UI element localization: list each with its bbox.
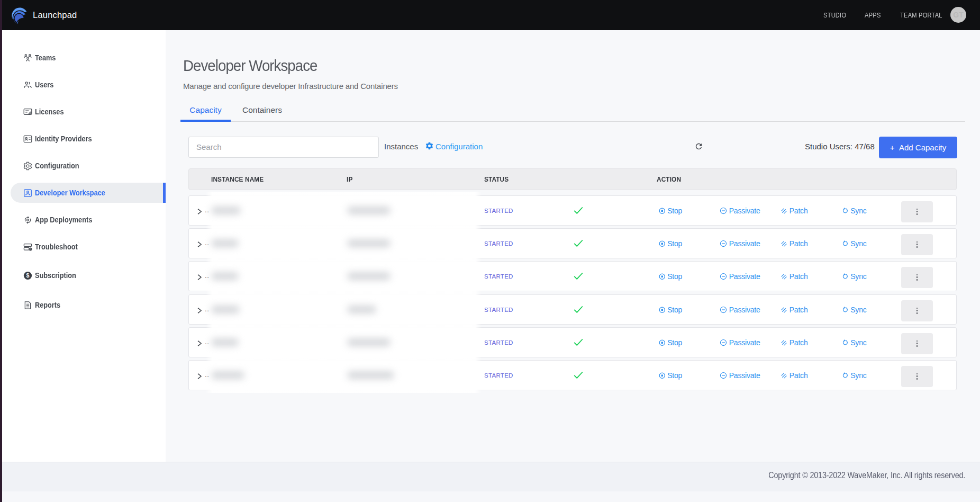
svg-text:$: $ (26, 272, 30, 279)
